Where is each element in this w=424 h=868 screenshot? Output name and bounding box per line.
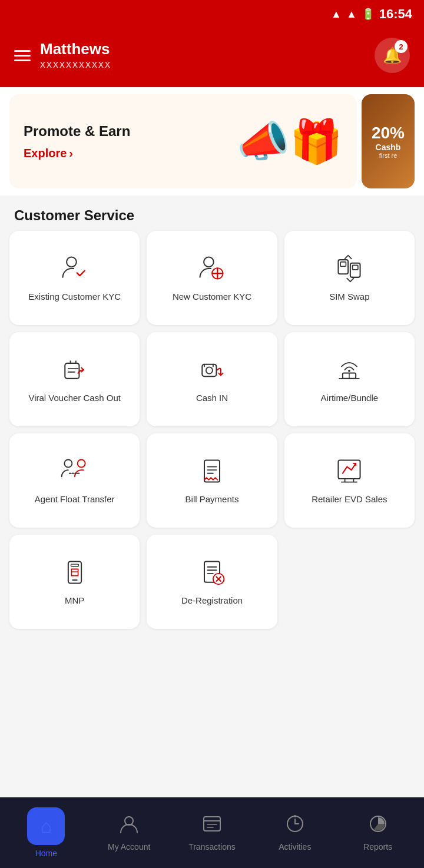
bill-payments-icon <box>197 456 227 486</box>
status-bar: ▲ ▲ 🔋 16:54 <box>0 0 424 28</box>
signal-icon: ▲ <box>346 8 357 21</box>
sim-swap-icon <box>334 253 365 284</box>
svg-rect-6 <box>340 262 346 266</box>
banner-content: Promote & Earn Explore › <box>24 123 130 160</box>
svg-rect-8 <box>353 266 358 270</box>
bill-payments-label: Bill Payments <box>186 493 239 505</box>
user-name: Matthews <box>40 40 111 58</box>
hamburger-line-1 <box>14 50 31 52</box>
service-existing-customer-kyc[interactable]: Existing Customer KYC <box>9 231 140 325</box>
service-sim-swap[interactable]: SIM Swap <box>284 231 415 325</box>
svg-point-33 <box>125 817 133 825</box>
svg-point-15 <box>348 370 350 372</box>
de-registration-label: De-Registration <box>181 595 243 607</box>
service-grid: Existing Customer KYC New Customer KYC <box>0 231 424 629</box>
airtime-bundle-label: Airtime/Bundle <box>321 392 379 404</box>
status-time: 16:54 <box>379 6 412 22</box>
nav-home[interactable]: ⌂ Home <box>5 807 88 858</box>
banner-container: Promote & Earn Explore › 📣🎁 20% Cashb fi… <box>0 87 424 196</box>
svg-rect-20 <box>339 460 360 479</box>
svg-rect-34 <box>204 817 220 831</box>
svg-point-18 <box>77 460 85 468</box>
hamburger-line-3 <box>14 59 31 61</box>
retailer-evd-label: Retailer EVD Sales <box>312 493 387 505</box>
svg-point-11 <box>206 367 213 374</box>
bottom-navigation: ⌂ Home My Account Transactions <box>0 797 424 868</box>
hamburger-menu[interactable] <box>14 50 31 61</box>
airtime-bundle-icon <box>334 355 365 385</box>
svg-rect-9 <box>65 363 79 379</box>
svg-point-17 <box>64 460 72 468</box>
home-icon: ⌂ <box>41 816 52 837</box>
cash-in-label: Cash IN <box>196 392 228 404</box>
mnp-icon <box>59 557 90 588</box>
nav-activities[interactable]: Activities <box>253 814 336 852</box>
transactions-icon <box>202 814 222 839</box>
service-mnp[interactable]: MNP <box>9 535 140 629</box>
new-kyc-icon <box>197 253 227 284</box>
banner-side-cashback: Cashb <box>376 143 401 152</box>
svg-point-1 <box>204 257 214 267</box>
agent-float-icon <box>59 456 90 486</box>
nav-transactions-label: Transactions <box>188 842 236 852</box>
sim-swap-label: SIM Swap <box>329 291 369 303</box>
status-icons: ▲ ▲ 🔋 16:54 <box>331 6 412 22</box>
header-text: Matthews xxxxxxxxxxx <box>40 40 111 71</box>
home-icon-bg: ⌂ <box>27 807 65 845</box>
service-de-registration[interactable]: De-Registration <box>147 535 277 629</box>
explore-label: Explore <box>24 147 67 160</box>
service-agent-float-transfer[interactable]: Agent Float Transfer <box>9 433 140 528</box>
nav-activities-label: Activities <box>279 842 311 852</box>
nav-my-account[interactable]: My Account <box>88 814 171 852</box>
nav-transactions[interactable]: Transactions <box>171 814 254 852</box>
bottom-spacer <box>0 629 424 711</box>
banner-side[interactable]: 20% Cashb first re <box>362 94 415 188</box>
banner-title: Promote & Earn <box>24 123 130 140</box>
header-left: Matthews xxxxxxxxxxx <box>14 40 111 71</box>
retailer-evd-icon <box>334 456 365 486</box>
hamburger-line-2 <box>14 55 31 57</box>
cash-in-icon <box>197 355 227 385</box>
explore-button[interactable]: Explore › <box>24 147 130 160</box>
my-account-icon <box>119 814 139 839</box>
account-number: xxxxxxxxxxx <box>40 58 111 71</box>
service-new-customer-kyc[interactable]: New Customer KYC <box>147 231 277 325</box>
nav-reports-label: Reports <box>363 842 392 852</box>
battery-icon: 🔋 <box>362 8 375 21</box>
service-cash-in[interactable]: Cash IN <box>147 332 277 426</box>
notification-badge: 2 <box>395 40 408 53</box>
banner-main[interactable]: Promote & Earn Explore › 📣🎁 <box>9 94 357 188</box>
banner-side-first: first re <box>379 152 398 159</box>
wifi-icon: ▲ <box>331 8 342 21</box>
notification-button[interactable]: 🔔 2 <box>375 38 410 73</box>
banner-illustration: 📣🎁 <box>237 117 343 167</box>
service-airtime-bundle[interactable]: Airtime/Bundle <box>284 332 415 426</box>
nav-home-label: Home <box>35 849 57 858</box>
nav-reports[interactable]: Reports <box>336 814 419 852</box>
customer-service-section: Customer Service Existing Customer KYC <box>0 196 424 629</box>
svg-rect-26 <box>71 564 78 566</box>
reports-icon <box>368 814 388 839</box>
nav-my-account-label: My Account <box>108 842 150 852</box>
service-retailer-evd-sales[interactable]: Retailer EVD Sales <box>284 433 415 528</box>
new-kyc-label: New Customer KYC <box>173 291 251 303</box>
agent-float-label: Agent Float Transfer <box>35 493 115 505</box>
svg-point-41 <box>294 815 296 817</box>
banner-side-percent: 20% <box>372 124 405 143</box>
service-viral-voucher-cash-out[interactable]: Viral Voucher Cash Out <box>9 332 140 426</box>
mnp-label: MNP <box>65 595 84 607</box>
activities-icon <box>285 814 305 839</box>
header: Matthews xxxxxxxxxxx 🔔 2 <box>0 28 424 87</box>
de-registration-icon <box>197 557 227 588</box>
svg-point-0 <box>67 257 77 267</box>
viral-voucher-label: Viral Voucher Cash Out <box>28 392 120 404</box>
existing-kyc-label: Existing Customer KYC <box>28 291 121 303</box>
chevron-right-icon: › <box>69 147 73 160</box>
viral-voucher-icon <box>59 355 90 385</box>
service-bill-payments[interactable]: Bill Payments <box>147 433 277 528</box>
section-title: Customer Service <box>0 196 424 231</box>
existing-kyc-icon <box>59 253 90 284</box>
